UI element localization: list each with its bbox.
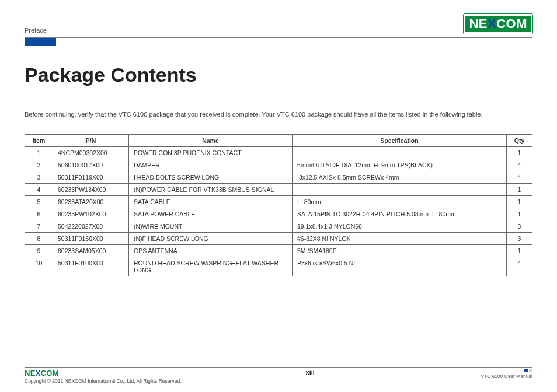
- cell-name: SATA POWER CABLE: [129, 208, 293, 220]
- package-contents-table: Item P/N Name Specification Qty 14NCPM00…: [25, 134, 532, 276]
- brand-logo: NE X COM: [464, 14, 532, 34]
- cell-pn: 50311F0150X00: [53, 232, 129, 244]
- cell-qty: 1: [507, 146, 532, 159]
- table-row: 350311F0119X00I HEAD BOLTS SCREW LONGI3x…: [25, 171, 532, 183]
- cell-pn: 60233SAM05X00: [53, 244, 129, 257]
- cell-name: POWER CON 3P PHOENIX CONTACT: [129, 146, 293, 159]
- cell-pn: 4NCPM00302X00: [53, 146, 129, 159]
- footer-rule: [25, 367, 532, 368]
- cell-name: (N)F HEAD SCREW LONG: [129, 232, 293, 244]
- table-row: 850311F0150X00(N)F HEAD SCREW LONG#6-32X…: [25, 232, 532, 244]
- intro-paragraph: Before continuing, verify that the VTC 6…: [25, 110, 532, 120]
- col-name: Name: [129, 134, 293, 146]
- cell-pn: 60233ATA20X00: [53, 195, 129, 208]
- cell-item: 4: [25, 183, 53, 195]
- cell-pn: 50311F0119X00: [53, 171, 129, 183]
- cell-pn: 5042220027X00: [53, 220, 129, 232]
- cell-pn: 50311F0100X00: [53, 257, 129, 276]
- cell-name: DAMPER: [129, 159, 293, 171]
- cell-spec: 19.1x8.4x1.3 NYLON66: [293, 220, 507, 232]
- cell-qty: 1: [507, 208, 532, 220]
- cell-name: I HEAD BOLTS SCREW LONG: [129, 171, 293, 183]
- cell-qty: 3: [507, 232, 532, 244]
- cell-item: 1: [25, 146, 53, 159]
- cell-spec: SATA 15PIN TO 3022H-04 4PIN PITCH 5.08mm…: [293, 208, 507, 220]
- table-row: 560233ATA20X00SATA CABLEL: 80mm1: [25, 195, 532, 208]
- cell-spec: 6mm/OUTSIDE DIA .12mm H: 9mm TPS(BLACK): [293, 159, 507, 171]
- cell-spec: [293, 183, 507, 195]
- cell-spec: [293, 146, 507, 159]
- footer-logo-seg-1: NE: [25, 369, 36, 377]
- table-row: 660233PW102X00SATA POWER CABLESATA 15PIN…: [25, 208, 532, 220]
- cell-name: GPS ANTENNA: [129, 244, 293, 257]
- footer-accent-icon: [439, 369, 532, 372]
- table-header-row: Item P/N Name Specification Qty: [25, 134, 532, 146]
- header-tab-accent: [25, 38, 56, 46]
- table-row: 1050311F0100X00ROUND HEAD SCREW W/SPRING…: [25, 257, 532, 276]
- cell-item: 2: [25, 159, 53, 171]
- table-row: 460233PW134X00(N)POWER CABLE FOR VTK33B …: [25, 183, 532, 195]
- cell-item: 9: [25, 244, 53, 257]
- cell-pn: 5060100017X00: [53, 159, 129, 171]
- footer-logo-seg-3: COM: [41, 369, 59, 377]
- page-number: xiii: [181, 369, 439, 376]
- cell-name: ROUND HEAD SCREW W/SPRING+FLAT WASHER LO…: [129, 257, 293, 276]
- cell-spec: I3x12.5 AXISx 8.5mm SCREWx 4mm: [293, 171, 507, 183]
- cell-item: 5: [25, 195, 53, 208]
- cell-spec: P3x6 iso/SW6x0.5 NI: [293, 257, 507, 276]
- footer-logo-seg-2: X: [36, 369, 41, 377]
- cell-spec: #6-32X8 NI NYLOK: [293, 232, 507, 244]
- col-spec: Specification: [293, 134, 507, 146]
- header-rule: [25, 37, 532, 38]
- cell-qty: 4: [507, 257, 532, 276]
- cell-pn: 60233PW102X00: [53, 208, 129, 220]
- cell-qty: 4: [507, 171, 532, 183]
- cell-name: (N)POWER CABLE FOR VTK33B SMBUS SIGNAL: [129, 183, 293, 195]
- cell-spec: L: 80mm: [293, 195, 507, 208]
- cell-qty: 4: [507, 159, 532, 171]
- cell-item: 3: [25, 171, 53, 183]
- logo-seg-1: NE: [469, 16, 488, 32]
- cell-qty: 3: [507, 220, 532, 232]
- copyright-text: Copyright © 2011 NEXCOM International Co…: [25, 378, 181, 384]
- cell-item: 10: [25, 257, 53, 276]
- logo-seg-2: X: [488, 16, 496, 32]
- table-row: 25060100017X00DAMPER6mm/OUTSIDE DIA .12m…: [25, 159, 532, 171]
- footer-brand-logo: NEXCOM: [25, 369, 181, 377]
- col-pn: P/N: [53, 134, 129, 146]
- section-label: Preface: [25, 27, 47, 34]
- cell-pn: 60233PW134X00: [53, 183, 129, 195]
- col-item: Item: [25, 134, 53, 146]
- manual-name: VTC 6100 User Manual: [439, 373, 532, 379]
- cell-item: 7: [25, 220, 53, 232]
- cell-qty: 1: [507, 244, 532, 257]
- cell-qty: 1: [507, 195, 532, 208]
- cell-item: 6: [25, 208, 53, 220]
- cell-item: 8: [25, 232, 53, 244]
- table-row: 14NCPM00302X00POWER CON 3P PHOENIX CONTA…: [25, 146, 532, 159]
- logo-seg-3: COM: [496, 16, 527, 32]
- cell-name: (N)WIRE MOUNT: [129, 220, 293, 232]
- table-row: 960233SAM05X00GPS ANTENNA5M /SMA180P1: [25, 244, 532, 257]
- cell-spec: 5M /SMA180P: [293, 244, 507, 257]
- table-row: 75042220027X00(N)WIRE MOUNT19.1x8.4x1.3 …: [25, 220, 532, 232]
- cell-qty: 1: [507, 183, 532, 195]
- col-qty: Qty: [507, 134, 532, 146]
- page-title: Package Contents: [25, 64, 532, 86]
- cell-name: SATA CABLE: [129, 195, 293, 208]
